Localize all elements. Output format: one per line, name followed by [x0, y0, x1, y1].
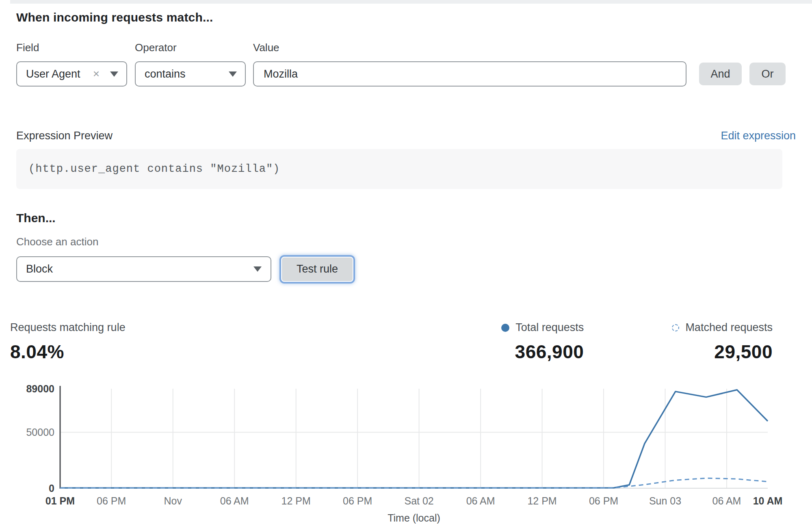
dashed-circle-icon [672, 324, 679, 331]
svg-text:Sat 02: Sat 02 [404, 495, 433, 507]
chevron-down-icon [110, 71, 118, 77]
svg-text:06 PM: 06 PM [589, 495, 618, 507]
svg-text:Nov: Nov [164, 495, 182, 507]
action-row: Block Test rule [16, 256, 796, 282]
or-button[interactable]: Or [749, 63, 786, 85]
svg-text:12 PM: 12 PM [527, 495, 556, 507]
total-requests-stat: Total requests 366,900 [501, 321, 584, 363]
matched-requests-stat: Matched requests 29,500 [672, 321, 773, 363]
expression-preview-label: Expression Preview [16, 130, 113, 142]
svg-text:Sun 03: Sun 03 [649, 495, 681, 507]
operator-label: Operator [135, 41, 253, 54]
action-select-value: Block [26, 263, 253, 275]
requests-chart: 0500008900001 PM06 PMNov06 AM12 PM06 PMS… [0, 384, 812, 526]
expression-code-block: (http.user_agent contains "Mozilla") [16, 149, 782, 189]
svg-text:89000: 89000 [26, 384, 54, 394]
field-label: Field [16, 41, 135, 54]
field-select-value: User Agent [26, 68, 93, 80]
requests-time-series-svg: 0500008900001 PM06 PMNov06 AM12 PM06 PMS… [0, 384, 812, 526]
then-section-title: Then... [16, 211, 796, 225]
value-input[interactable] [253, 61, 686, 87]
match-section-title: When incoming requests match... [16, 11, 796, 24]
total-requests-label: Total requests [515, 321, 584, 334]
choose-action-label: Choose an action [16, 236, 796, 248]
form-controls-row: User Agent × contains And Or [16, 61, 796, 87]
total-requests-legend: Total requests [501, 321, 584, 334]
total-requests-value: 366,900 [501, 341, 584, 363]
matching-rule-stat: Requests matching rule 8.04% [10, 321, 501, 363]
svg-text:01 PM: 01 PM [45, 495, 75, 507]
expression-code: (http.user_agent contains "Mozilla") [28, 163, 280, 175]
solid-dot-icon [501, 324, 509, 332]
action-select[interactable]: Block [16, 256, 271, 282]
clear-field-icon[interactable]: × [93, 68, 100, 80]
svg-text:06 PM: 06 PM [97, 495, 126, 507]
chevron-down-icon [229, 71, 237, 77]
chevron-down-icon [253, 266, 262, 272]
expression-header: Expression Preview Edit expression [16, 130, 796, 142]
matching-rule-value: 8.04% [10, 341, 501, 363]
svg-text:06 AM: 06 AM [712, 495, 741, 507]
rule-builder: When incoming requests match... Field Op… [0, 11, 812, 282]
matched-requests-value: 29,500 [672, 341, 773, 363]
test-rule-button[interactable]: Test rule [281, 257, 353, 282]
svg-text:06 PM: 06 PM [343, 495, 372, 507]
matching-rule-label: Requests matching rule [10, 321, 501, 334]
matched-requests-legend: Matched requests [672, 321, 773, 334]
edit-expression-link[interactable]: Edit expression [721, 130, 796, 142]
svg-text:12 PM: 12 PM [281, 495, 311, 507]
matched-requests-label: Matched requests [685, 321, 773, 334]
svg-text:Time (local): Time (local) [388, 512, 440, 524]
field-select[interactable]: User Agent × [16, 61, 127, 87]
svg-text:10 AM: 10 AM [753, 495, 783, 507]
operator-select[interactable]: contains [135, 61, 246, 87]
svg-text:0: 0 [49, 483, 54, 494]
value-label: Value [253, 41, 796, 54]
operator-select-value: contains [145, 68, 229, 80]
stats-row: Requests matching rule 8.04% Total reque… [0, 321, 812, 363]
page-top-edge [10, 0, 812, 4]
svg-text:06 AM: 06 AM [466, 495, 495, 507]
svg-text:06 AM: 06 AM [220, 495, 249, 507]
form-labels-row: Field Operator Value [16, 41, 796, 54]
and-button[interactable]: And [699, 63, 742, 85]
svg-text:50000: 50000 [26, 426, 54, 438]
